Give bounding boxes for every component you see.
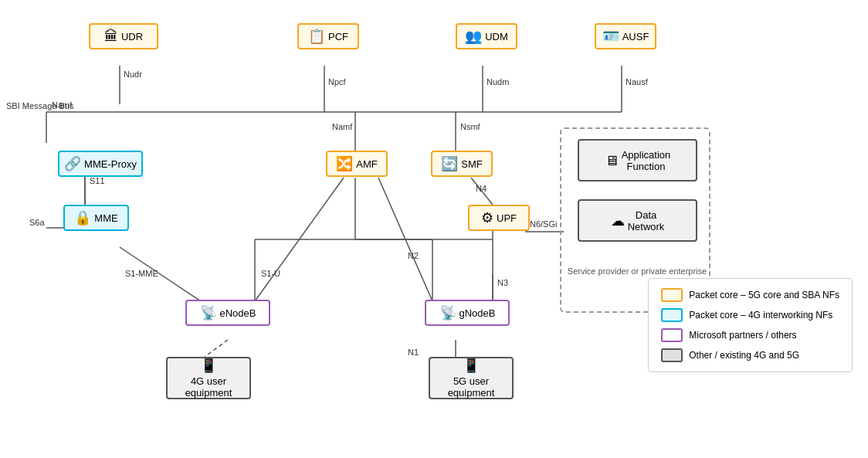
sbi-label: SBI Message Bus [6,100,56,111]
n3-label: N3 [497,278,508,287]
amf-icon: 🔀 [336,157,353,171]
ausf-node: 🪪 AUSF [595,23,656,49]
service-provider-label: Service provider or private enterprise [564,266,710,276]
legend-text-purple: Microsoft partners / others [689,330,796,341]
ue4g-node: 📱 4G userequipment [166,357,251,399]
udr-node: 🏛 UDR [89,23,158,49]
nudr-label: Nudr [124,70,142,79]
ue5g-label: 5G userequipment [448,375,495,399]
dn-icon: ☁ [611,214,625,228]
legend-item-dark: Other / existing 4G and 5G [661,348,839,362]
af-icon: 🖥 [605,154,619,168]
mme-proxy-icon: 🔗 [64,157,81,171]
udm-icon: 👥 [465,29,482,43]
dn-node: ☁ DataNetwork [578,199,697,242]
upf-label: UPF [497,212,517,224]
ausf-icon: 🪪 [602,29,619,43]
gnodeb-icon: 📡 [439,306,456,320]
namf1-label: Namf [52,100,72,110]
s6a-label: S6a [29,218,45,227]
pcf-node: 📋 PCF [297,23,359,49]
enodeb-label: eNodeB [220,307,256,319]
udr-label: UDR [121,31,143,42]
legend-item-cyan: Packet core – 4G interworking NFs [661,308,839,322]
enodeb-node: 📡 eNodeB [185,300,270,326]
amf-label: AMF [356,158,377,170]
nsmf-label: Nsmf [460,122,480,131]
legend-box-yellow [661,288,683,302]
udm-label: UDM [485,31,508,42]
smf-node: 🔄 SMF [431,151,493,177]
svg-line-14 [255,178,344,301]
af-node: 🖥 ApplicationFunction [578,139,697,182]
namf2-label: Namf [332,122,352,131]
svg-line-21 [205,340,228,357]
n6sgi-label: N6/SGi [530,219,557,229]
s1mme-label: S1-MME [125,269,158,278]
legend-box-dark [661,348,683,362]
smf-icon: 🔄 [441,157,458,171]
mme-node: 🔒 MME [63,205,129,231]
mme-label: MME [94,212,117,224]
legend-text-dark: Other / existing 4G and 5G [689,350,799,361]
s1u-label: S1-U [261,269,280,278]
gnodeb-label: gNodeB [459,307,496,319]
pcf-icon: 📋 [308,29,325,43]
ue5g-icon: 📱 [463,358,480,372]
mme-icon: 🔒 [74,211,91,225]
legend-box-purple [661,328,683,342]
gnodeb-node: 📡 gNodeB [425,300,510,326]
svg-line-13 [378,178,432,301]
pcf-label: PCF [328,31,348,42]
ausf-label: AUSF [622,31,649,42]
legend-item-yellow: Packet core – 5G core and SBA NFs [661,288,839,302]
diagram: 🏛 UDR 📋 PCF 👥 UDM 🪪 AUSF 🔀 AMF 🔄 SMF ⚙ U… [0,0,868,458]
amf-node: 🔀 AMF [326,151,388,177]
udr-icon: 🏛 [104,29,118,43]
enodeb-icon: 📡 [200,306,217,320]
s11-label: S11 [90,176,105,185]
af-label: ApplicationFunction [622,149,671,172]
npcf-label: Npcf [328,77,346,87]
smf-label: SMF [461,158,482,170]
n1-label: N1 [408,348,419,357]
n2-label: N2 [408,251,419,260]
ue5g-node: 📱 5G userequipment [429,357,514,399]
n4-label: N4 [476,184,487,193]
upf-node: ⚙ UPF [468,205,530,231]
nausf-label: Nausf [626,77,648,87]
ue4g-label: 4G userequipment [185,375,232,399]
upf-icon: ⚙ [481,211,493,225]
legend-item-purple: Microsoft partners / others [661,328,839,342]
legend-text-cyan: Packet core – 4G interworking NFs [689,310,832,321]
mme-proxy-node: 🔗 MME-Proxy [58,151,143,177]
udm-node: 👥 UDM [456,23,517,49]
ue4g-icon: 📱 [200,358,217,372]
legend-box-cyan [661,308,683,322]
dn-label: DataNetwork [628,209,665,232]
legend: Packet core – 5G core and SBA NFs Packet… [648,278,853,372]
mme-proxy-label: MME-Proxy [84,158,137,170]
nudm-label: Nudm [487,77,509,87]
legend-text-yellow: Packet core – 5G core and SBA NFs [689,290,839,300]
